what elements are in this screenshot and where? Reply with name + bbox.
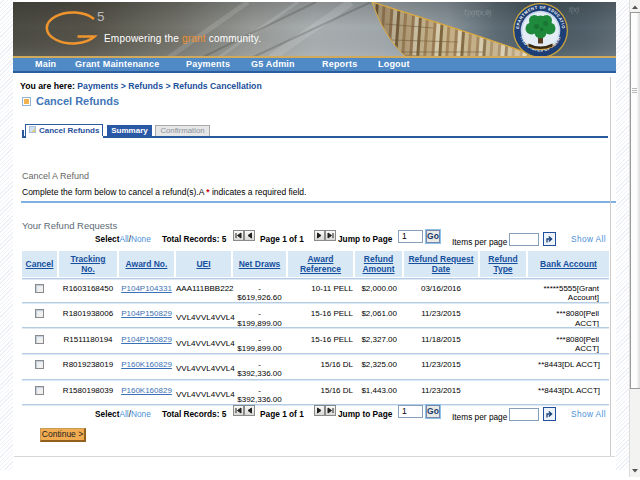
svg-text:f(x): f(x) — [569, 6, 579, 14]
svg-text:Empowering the grant community: Empowering the grant community. — [104, 33, 261, 44]
svg-text:5: 5 — [97, 9, 105, 24]
svg-text:T(x)f(x,θ): T(x)f(x,θ) — [463, 9, 491, 17]
